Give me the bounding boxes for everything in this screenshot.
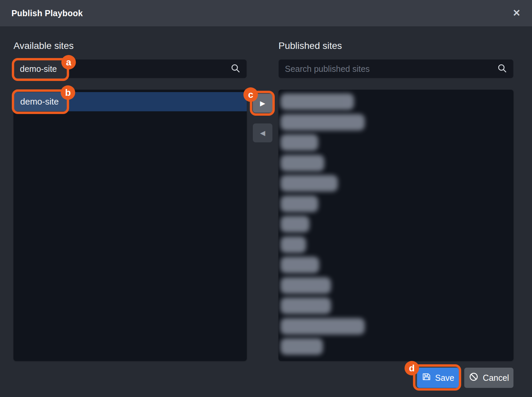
available-sites-heading: Available sites — [13, 40, 73, 51]
redacted-site-item[interactable] — [280, 93, 354, 110]
available-sites-list: demo-site — [13, 90, 247, 361]
arrow-left-icon: ◀ — [260, 129, 265, 137]
list-item-label: demo-site — [20, 96, 59, 107]
redacted-site-item[interactable] — [280, 175, 338, 192]
dialog-header: Publish Playbook ✕ — [0, 0, 532, 26]
search-icon — [497, 63, 507, 75]
publish-playbook-dialog: Publish Playbook ✕ Available sites Publi… — [0, 0, 532, 397]
published-sites-heading: Published sites — [278, 40, 342, 51]
list-item-demo-site[interactable]: demo-site — [13, 92, 247, 111]
search-icon — [230, 63, 240, 75]
cancel-button-label: Cancel — [483, 373, 509, 383]
cancel-button[interactable]: Cancel — [464, 368, 513, 388]
redacted-site-item[interactable] — [280, 155, 324, 171]
dialog-title: Publish Playbook — [11, 8, 83, 18]
cancel-icon — [469, 372, 479, 384]
redacted-site-item[interactable] — [280, 114, 365, 131]
available-search — [13, 59, 247, 78]
arrow-right-icon: ▶ — [260, 99, 265, 107]
close-icon[interactable]: ✕ — [513, 8, 521, 18]
published-sites-list — [278, 90, 513, 361]
save-button-label: Save — [435, 373, 454, 383]
published-search — [278, 59, 513, 78]
save-button[interactable]: Save — [417, 368, 459, 388]
move-left-button[interactable]: ◀ — [253, 123, 272, 142]
move-right-button[interactable]: ▶ — [253, 94, 272, 113]
redacted-site-item[interactable] — [280, 134, 318, 151]
published-search-input[interactable] — [285, 64, 493, 74]
redacted-site-item[interactable] — [280, 338, 323, 355]
available-search-input[interactable] — [20, 64, 226, 74]
redacted-site-item[interactable] — [280, 216, 309, 232]
redacted-site-item[interactable] — [280, 196, 318, 212]
redacted-site-item[interactable] — [280, 257, 319, 273]
save-icon — [422, 372, 431, 384]
redacted-site-item[interactable] — [280, 318, 365, 335]
redacted-site-item[interactable] — [280, 277, 331, 294]
redacted-site-item[interactable] — [280, 297, 331, 314]
redacted-site-item[interactable] — [280, 236, 306, 253]
